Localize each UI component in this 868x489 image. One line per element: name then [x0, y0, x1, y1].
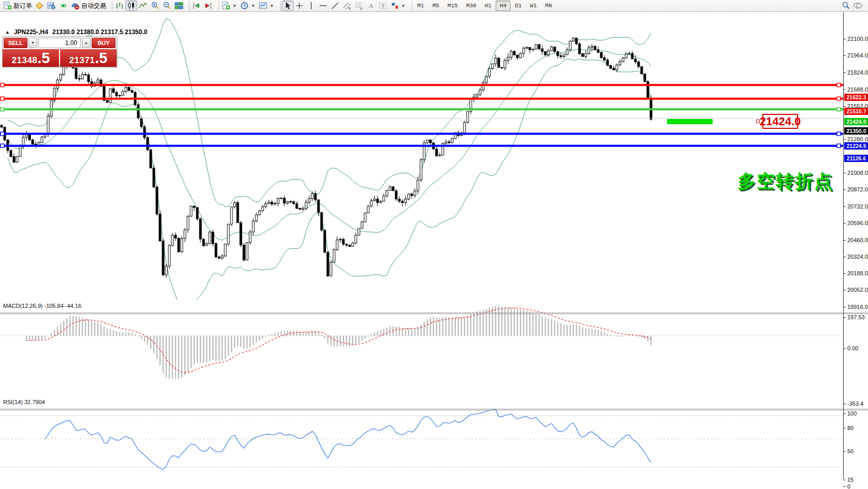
data-window-icon — [47, 2, 56, 10]
candle-body — [280, 198, 282, 199]
candle-body — [63, 67, 65, 75]
periods-button[interactable]: ▼ — [239, 1, 257, 11]
candle-body — [153, 168, 155, 187]
candle-body — [538, 45, 540, 49]
channel-tool-button[interactable]: E — [341, 1, 353, 11]
pivot-line-marker[interactable] — [1, 108, 4, 111]
arrows-tool-button[interactable]: ▼ — [389, 1, 408, 11]
candle-body — [383, 196, 385, 201]
trendline-tool-button[interactable] — [329, 1, 341, 11]
candle-body — [588, 48, 590, 54]
fibonacci-tool-button[interactable]: F — [353, 1, 365, 11]
sound-alert-button[interactable] — [57, 1, 69, 11]
support-line-1-marker[interactable] — [1, 132, 4, 136]
bar-chart-button[interactable] — [113, 1, 125, 11]
sell-button[interactable]: SELL — [4, 38, 27, 48]
candle-body — [224, 244, 226, 256]
support-line-1-marker[interactable] — [837, 132, 841, 136]
collapse-triangle-icon[interactable]: ▲ — [5, 29, 10, 35]
price-tick — [843, 72, 846, 73]
new-order-button[interactable]: 新订单 — [2, 1, 34, 11]
buy-button[interactable]: BUY — [92, 38, 115, 48]
candle-body — [367, 206, 369, 213]
candlestick-chart-button[interactable] — [125, 1, 137, 11]
candle-body — [380, 201, 382, 203]
candle-body — [370, 201, 372, 206]
big-price-label[interactable]: 21424.0 — [762, 114, 798, 129]
cursor-tool-button[interactable] — [282, 1, 294, 11]
candle-body — [448, 142, 450, 143]
panel-separator[interactable] — [0, 314, 868, 314]
text-tool-button[interactable]: A — [365, 1, 377, 11]
chart-window[interactable]: ▲ JPN225-,H4 21330.0 21380.0 21317.5 213… — [0, 12, 868, 489]
candle-body — [193, 206, 195, 208]
panel-separator[interactable] — [0, 409, 868, 409]
autotrading-button[interactable]: 自动交易 — [69, 1, 108, 11]
candle-body — [125, 87, 127, 92]
templates-button[interactable]: ▼ — [257, 1, 276, 11]
candle-body — [613, 68, 615, 70]
timeframe-button-m30[interactable]: M30 — [462, 1, 481, 11]
candle-body — [414, 191, 416, 196]
price-tick — [843, 206, 846, 207]
pivot-line-marker[interactable] — [837, 108, 841, 111]
candle-body — [554, 47, 556, 52]
timeframe-button-m5[interactable]: M5 — [428, 1, 443, 11]
candle-body — [106, 100, 108, 102]
panel-separator[interactable] — [0, 313, 868, 313]
resistance-line-1-marker[interactable] — [837, 83, 841, 87]
timeframe-button-h4[interactable]: H4 — [496, 1, 511, 11]
price-tick-label: 20324.0 — [847, 254, 868, 260]
volume-up-button[interactable]: ▲ — [82, 38, 91, 48]
chat-icon[interactable] — [853, 2, 862, 10]
fibonacci-icon: F — [355, 2, 364, 10]
tile-windows-button[interactable] — [173, 1, 185, 11]
candle-body — [541, 49, 543, 51]
candle-body — [495, 58, 497, 64]
line-chart-button[interactable] — [137, 1, 149, 11]
highlight-rectangle[interactable] — [667, 119, 713, 124]
panel-separator[interactable] — [0, 410, 868, 410]
support-line-2-marker[interactable] — [1, 144, 4, 147]
resistance-line-1-marker[interactable] — [1, 83, 4, 87]
horizontal-line-tool-button[interactable] — [317, 1, 329, 11]
candle-body — [290, 201, 292, 202]
candle-body — [262, 206, 264, 211]
support-line-2-marker[interactable] — [837, 144, 841, 147]
market-watch-button[interactable] — [34, 1, 46, 11]
timeframe-button-mn[interactable]: MN — [541, 1, 556, 11]
auto-scroll-button[interactable] — [202, 1, 214, 11]
timeframe-button-d1[interactable]: D1 — [511, 1, 526, 11]
candle-body — [516, 55, 518, 57]
zoom-in-button[interactable] — [149, 1, 161, 11]
resistance-line-1-price-badge: 21622.3 — [844, 94, 868, 101]
crosshair-tool-button[interactable] — [294, 1, 306, 11]
timeframe-button-w1[interactable]: W1 — [526, 1, 541, 11]
timeframe-button-h1[interactable]: H1 — [481, 1, 496, 11]
candle-body — [321, 213, 323, 230]
chart-shift-button[interactable] — [191, 1, 202, 11]
data-window-button[interactable] — [46, 1, 57, 11]
price-tick — [843, 273, 846, 274]
price-tick — [843, 173, 846, 173]
timeframe-button-m1[interactable]: M1 — [413, 1, 428, 11]
text-label-tool-button[interactable]: T — [377, 1, 389, 11]
tile-windows-icon — [175, 2, 183, 10]
volume-down-button[interactable]: ▼ — [28, 38, 37, 48]
resistance-line-2-marker[interactable] — [837, 97, 841, 100]
zoom-out-button[interactable] — [161, 1, 173, 11]
candle-body — [641, 67, 643, 74]
candle-body — [352, 243, 354, 247]
timeframe-button-m15[interactable]: M15 — [443, 1, 462, 11]
vertical-line-tool-button[interactable] — [306, 1, 317, 11]
turning-point-annotation[interactable]: 多空转折点 — [737, 169, 833, 194]
volume-input[interactable]: 1.00 — [38, 38, 81, 48]
candle-body — [255, 215, 257, 221]
candle-body — [386, 190, 388, 196]
indicators-button[interactable]: ▼ — [220, 1, 239, 11]
autotrading-icon — [71, 2, 80, 10]
search-icon[interactable] — [842, 2, 850, 10]
chart-canvas[interactable] — [0, 12, 868, 489]
resistance-line-2-marker[interactable] — [1, 97, 4, 100]
candle-body — [628, 53, 630, 54]
